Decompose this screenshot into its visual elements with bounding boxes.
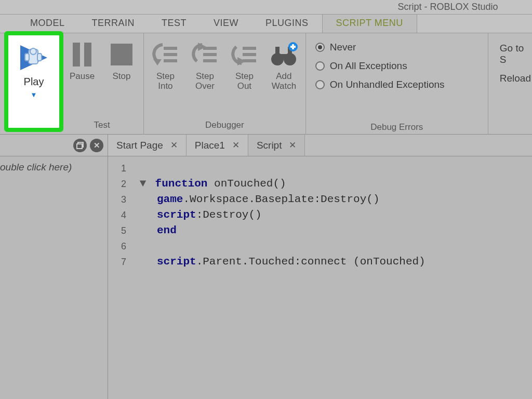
step-over-button[interactable]: Step Over — [189, 36, 221, 91]
ribbon-group-debugger: Step Into Step Over — [144, 33, 306, 135]
svg-rect-19 — [243, 59, 256, 62]
svg-point-2 — [30, 48, 36, 55]
debug-errors-on-all-label: On All Exceptions — [330, 60, 407, 72]
ribbon-body: Play ▼ Pause Stop Test — [0, 33, 532, 135]
close-tab-icon[interactable]: ✕ — [170, 140, 178, 151]
doc-tab-place1[interactable]: Place1 ✕ — [187, 135, 248, 156]
group-caption-debugger: Debugger — [205, 120, 244, 132]
svg-marker-8 — [153, 59, 162, 65]
debug-errors-never-label: Never — [330, 42, 356, 53]
doc-tab-start-page[interactable]: Start Page ✕ — [108, 135, 187, 156]
debug-errors-on-unhandled-label: On Unhandled Exceptions — [330, 79, 445, 90]
group-caption-test: Test — [94, 120, 110, 132]
keyword: script — [157, 256, 196, 268]
sidebar-restore-icon[interactable] — [73, 139, 87, 152]
document-tab-strip: Start Page ✕ Place1 ✕ Script ✕ — [108, 135, 532, 156]
svg-rect-22 — [275, 47, 280, 55]
goto-script-error-link[interactable]: Go to S — [500, 43, 532, 65]
svg-rect-3 — [25, 54, 29, 61]
code-text: :Destroy() — [196, 209, 262, 221]
play-label: Play — [24, 76, 44, 88]
line-number-gutter: 1234567 — [108, 156, 132, 399]
ribbon-tab-test[interactable]: TEST — [148, 15, 200, 33]
fold-icon[interactable]: ▼ — [138, 176, 148, 192]
svg-rect-27 — [290, 46, 296, 48]
code-text: .Parent.Touched:connect (onTouched) — [196, 256, 425, 268]
debug-errors-on-unhandled[interactable]: On Unhandled Exceptions — [315, 79, 445, 90]
svg-rect-13 — [203, 47, 217, 50]
step-into-button[interactable]: Step Into — [149, 36, 181, 91]
keyword: script — [157, 209, 196, 221]
step-out-button[interactable]: Step Out — [228, 36, 260, 91]
keyword: end — [157, 224, 177, 236]
explorer-sidebar: ✕ ouble click here) — [0, 135, 108, 399]
ribbon-right-links: Go to S Reload — [488, 33, 532, 134]
reload-link[interactable]: Reload — [500, 73, 532, 84]
svg-rect-9 — [164, 47, 177, 50]
pause-icon — [66, 38, 98, 71]
step-over-label: Step Over — [195, 72, 215, 91]
svg-rect-17 — [243, 47, 256, 50]
ribbon-group-debug-errors: Never On All Exceptions On Unhandled Exc… — [306, 33, 488, 135]
svg-rect-18 — [243, 53, 256, 56]
window-title: Script - ROBLOX Studio — [397, 2, 498, 12]
ribbon-tab-view[interactable]: VIEW — [200, 15, 252, 33]
step-into-icon — [149, 38, 181, 71]
ribbon-tab-terrain[interactable]: TERRAIN — [78, 15, 149, 33]
pause-button[interactable]: Pause — [66, 36, 98, 82]
svg-rect-15 — [203, 59, 217, 62]
step-over-icon — [189, 38, 221, 71]
svg-rect-4 — [37, 54, 42, 61]
doc-tab-label: Place1 — [195, 140, 225, 151]
play-dropdown-icon[interactable]: ▼ — [31, 91, 37, 99]
doc-tab-label: Script — [257, 140, 282, 151]
step-out-icon — [228, 38, 260, 71]
doc-tab-script[interactable]: Script ✕ — [248, 135, 305, 156]
svg-rect-14 — [203, 53, 217, 56]
sidebar-filter-hint[interactable]: ouble click here) — [0, 156, 108, 173]
keyword: game — [157, 193, 183, 205]
code-text: .Workspace.Baseplate:Destroy() — [183, 193, 379, 205]
ribbon-tab-strip: MODEL TERRAIN TEST VIEW PLUGINS SCRIPT M… — [0, 15, 532, 33]
step-into-label: Step Into — [156, 72, 175, 91]
svg-rect-11 — [164, 59, 177, 62]
close-tab-icon[interactable]: ✕ — [232, 140, 240, 151]
svg-rect-29 — [77, 144, 82, 149]
close-tab-icon[interactable]: ✕ — [289, 140, 296, 151]
pause-label: Pause — [70, 72, 95, 82]
step-out-label: Step Out — [235, 72, 254, 91]
main-area: ✕ ouble click here) Start Page ✕ Place1 … — [0, 135, 532, 399]
svg-rect-7 — [111, 44, 132, 65]
stop-label: Stop — [113, 72, 131, 82]
ribbon-tab-model[interactable]: MODEL — [17, 15, 78, 33]
svg-rect-6 — [84, 43, 91, 66]
keyword: function — [155, 178, 208, 190]
editor-column: Start Page ✕ Place1 ✕ Script ✕ 1234567 ▼… — [108, 135, 532, 399]
svg-rect-24 — [280, 54, 288, 58]
stop-icon — [105, 38, 138, 71]
stop-button[interactable]: Stop — [105, 36, 138, 82]
sidebar-close-icon[interactable]: ✕ — [90, 139, 103, 152]
radio-unchecked-icon — [315, 61, 325, 71]
radio-checked-icon — [315, 43, 325, 52]
radio-unchecked-icon — [315, 80, 325, 89]
add-watch-label: Add Watch — [272, 72, 297, 91]
ribbon-tab-plugins[interactable]: PLUGINS — [252, 15, 322, 33]
debug-errors-on-all[interactable]: On All Exceptions — [315, 60, 407, 72]
code-content[interactable]: ▼ function onTouched() game.Workspace.Ba… — [132, 156, 425, 399]
svg-rect-5 — [73, 43, 80, 66]
play-icon — [17, 39, 50, 76]
debug-errors-never[interactable]: Never — [315, 42, 356, 53]
code-editor[interactable]: 1234567 ▼ function onTouched() game.Work… — [108, 156, 532, 399]
binoculars-plus-icon — [268, 38, 300, 71]
group-caption-debug-errors: Debug Errors — [370, 122, 423, 135]
code-text: onTouched() — [207, 178, 286, 190]
ribbon-tab-script-menu[interactable]: SCRIPT MENU — [322, 14, 417, 33]
sidebar-header: ✕ — [0, 135, 108, 156]
doc-tab-label: Start Page — [116, 140, 163, 151]
svg-rect-10 — [164, 53, 177, 56]
add-watch-button[interactable]: Add Watch — [268, 36, 300, 91]
window-titlebar: Script - ROBLOX Studio — [0, 0, 532, 15]
play-button-highlight[interactable]: Play ▼ — [4, 31, 63, 132]
